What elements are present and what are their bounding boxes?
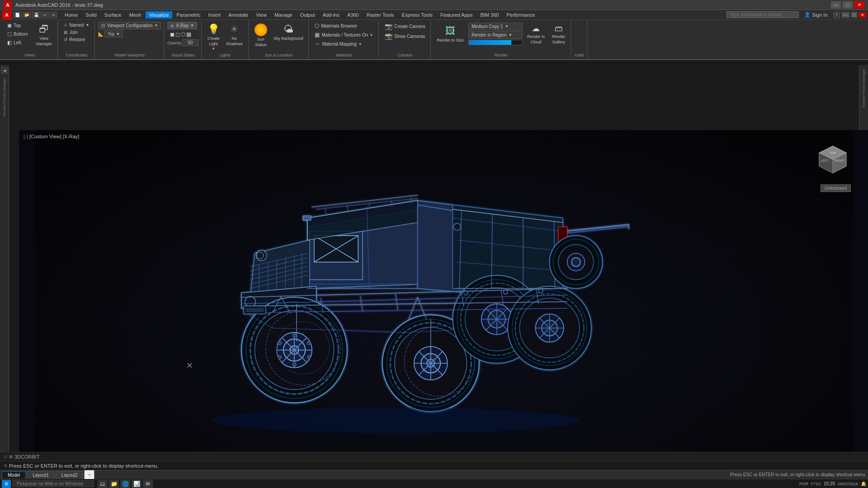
sun-status-btn[interactable]: Sun Status [252, 22, 270, 49]
sun-icon [255, 23, 267, 36]
prompt-label: ⊠ [9, 454, 13, 459]
maximize-button[interactable]: □ [843, 1, 853, 9]
open-button[interactable]: 📂 [23, 12, 31, 18]
svg-point-38 [278, 341, 282, 345]
windows-start-btn[interactable]: ⊞ [2, 480, 11, 488]
close-button[interactable]: ✕ [854, 1, 864, 9]
svg-point-36 [292, 334, 296, 338]
lang-indicator: POR [799, 482, 808, 486]
right-sidebar-label: Render Preset Manager [861, 65, 867, 111]
render-gallery-btn[interactable]: 🗃 Render Gallery [549, 22, 568, 46]
menu-addins[interactable]: Add-ins [319, 11, 343, 19]
taskbar-app-5[interactable]: ✉ [143, 480, 153, 488]
medium-copy-dropdown[interactable]: Medium Copy 1 ▼ [468, 23, 523, 30]
new-button[interactable]: 📄 [13, 12, 22, 18]
menu-home[interactable]: Home [61, 11, 81, 19]
material-mapping-btn[interactable]: ↔ Material Mapping ▼ [312, 40, 364, 48]
view-top-btn[interactable]: ▣ Top [5, 22, 31, 29]
opacity-label: Opacity [167, 41, 181, 45]
menu-manage[interactable]: Manage [271, 11, 296, 19]
redo-button[interactable]: ↪ [50, 12, 57, 18]
menu-annotate[interactable]: Annotate [225, 11, 252, 19]
viewport-top-btn[interactable]: Top ▼ [104, 30, 123, 38]
sidebar-btn-1[interactable]: ◀ [1, 67, 8, 74]
title-bar: A Autodesk AutoCAD 2016 - teste 37.dwg —… [0, 0, 868, 10]
search-input[interactable] [726, 11, 799, 18]
menu-solid[interactable]: Solid [82, 11, 100, 19]
camera-icon: 📷 [385, 23, 392, 30]
menu-insert[interactable]: Insert [205, 11, 225, 19]
menu-visualize[interactable]: Visualize [146, 11, 173, 19]
viewport-config-btn[interactable]: ⊡ Viewport Configuration ▼ [98, 22, 161, 29]
titlebar-close[interactable]: ✕ [859, 12, 866, 18]
light-arrow: ▼ [212, 47, 215, 50]
sign-in-button[interactable]: 👤 Sign In [801, 11, 831, 19]
undo-button[interactable]: ↩ [42, 12, 49, 18]
menu-view[interactable]: View [252, 11, 270, 19]
menu-surface[interactable]: Surface [101, 11, 125, 19]
xray-style-btn[interactable]: ◈ X-Ray ▼ [167, 22, 197, 29]
menu-performance[interactable]: Performance [503, 11, 538, 19]
titlebar-minimize[interactable]: — [842, 12, 849, 18]
unlicensed-label: Unlicensed [821, 184, 851, 192]
materials-textures-icon: ▦ [315, 32, 320, 38]
window-controls[interactable]: — □ ✕ [831, 1, 864, 9]
ribbon-group-views: ▣ Top ▢ Bottom ◧ Left 🗗 View [2, 21, 58, 58]
menu-bim360[interactable]: BIM 360 [476, 11, 502, 19]
render-region-dropdown[interactable]: Render in Region ▼ [468, 31, 523, 39]
menu-mesh[interactable]: Mesh [126, 11, 145, 19]
tab-model[interactable]: Model [2, 471, 26, 479]
viewport-arrow: ▼ [154, 23, 158, 28]
notification-icon[interactable]: 🔔 [861, 481, 866, 486]
tab-add[interactable]: + [84, 470, 94, 480]
taskbar-app-3[interactable]: 🌐 [120, 480, 130, 488]
join-btn[interactable]: ⊞ Join [61, 29, 80, 36]
menu-parametric[interactable]: Parametric [173, 11, 204, 19]
menu-a360[interactable]: A360 [344, 11, 363, 19]
vs-icon2[interactable]: ◻ [175, 31, 180, 38]
named-btn[interactable]: ⊹ Named ▼ [61, 22, 92, 28]
create-light-btn[interactable]: 💡 Create Light ▼ [205, 22, 222, 52]
taskbar-app-4[interactable]: 📊 [132, 480, 142, 488]
menu-raster[interactable]: Raster Tools [363, 11, 398, 19]
command-prompt[interactable]: ⊙ ⊠ 3DCORBIT [0, 452, 868, 461]
svg-marker-10 [453, 205, 562, 288]
help-button[interactable]: ? [833, 12, 840, 18]
app-icon: A [4, 1, 12, 9]
show-cameras-icon: 📸 [385, 33, 392, 40]
view-bottom-btn[interactable]: ▢ Bottom [5, 30, 31, 38]
menu-output[interactable]: Output [297, 11, 319, 19]
taskbar-app-2[interactable]: 📁 [109, 480, 119, 488]
x-icon[interactable]: ✕ [4, 463, 7, 468]
materials-browser-btn[interactable]: ⬡ Materials Browser [312, 22, 360, 30]
taskbar-app-1[interactable]: 🗂 [98, 480, 108, 488]
view-left-btn[interactable]: ◧ Left [5, 39, 31, 47]
viewport[interactable]: [-] [Custom View] [X-Ray] [19, 130, 868, 488]
svg-rect-11 [303, 216, 311, 221]
view-manager-btn[interactable]: 🗗 View Manager [33, 22, 55, 48]
tab-layout1[interactable]: Layout1 [27, 471, 55, 479]
menu-bar: A 📄 📂 💾 ↩ ↪ Home Solid Surface Mesh Visu… [0, 10, 868, 20]
vs-icon1[interactable]: ◼ [170, 31, 175, 38]
titlebar-maximize[interactable]: □ [851, 12, 857, 18]
tab-layout2[interactable]: Layout2 [56, 471, 84, 479]
show-cameras-btn[interactable]: 📸 Show Cameras [382, 32, 428, 41]
menu-featured[interactable]: Featured Apps [437, 11, 476, 19]
render-cloud-btn[interactable]: ☁ Render in Cloud [524, 22, 547, 46]
vs-icon4[interactable]: ▦ [186, 31, 191, 38]
no-shadows-btn[interactable]: ☀ No Shadows [223, 22, 245, 48]
create-camera-btn[interactable]: 📷 Create Camera [382, 22, 428, 31]
search-bar-taskbar[interactable]: Pesquisar na Web e no Windows [13, 480, 94, 487]
menu-express[interactable]: Express Tools [398, 11, 436, 19]
ribbon-group-viewports: ⊡ Viewport Configuration ▼ 📐 Top ▼ Model… [95, 21, 164, 58]
vs-icon3[interactable]: ⬡ [181, 31, 185, 38]
render-to-size-btn[interactable]: 🖼 Render to Size [434, 23, 467, 44]
ribbon-group-materials: ⬡ Materials Browser ▦ Materials / Textur… [309, 21, 379, 58]
view-cube-gizmo[interactable]: RIGHT LEFT TOP [815, 141, 851, 178]
save-button[interactable]: 💾 [32, 12, 41, 18]
materials-textures-btn[interactable]: ▦ Materials / Textures On ▼ [312, 31, 376, 39]
restore-btn[interactable]: ↺ Restore [61, 36, 88, 43]
opacity-input[interactable] [182, 39, 198, 46]
sky-background-btn[interactable]: 🌤 Sky Background [271, 22, 306, 42]
minimize-button[interactable]: — [831, 1, 841, 9]
